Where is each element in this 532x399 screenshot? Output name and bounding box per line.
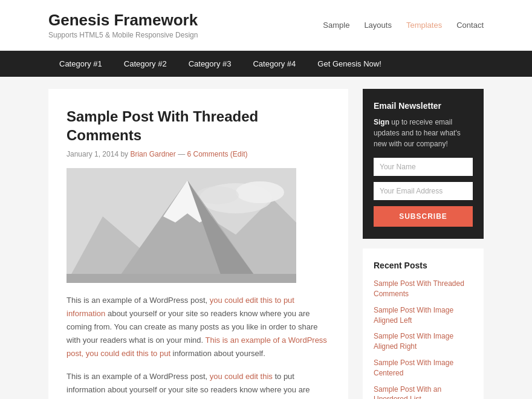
site-title: Genesis Framework	[48, 11, 198, 30]
content-area: Sample Post With Threaded Comments Janua…	[0, 77, 532, 399]
svg-point-4	[196, 186, 239, 204]
recent-post-link-4[interactable]: Sample Post With Image Centered	[374, 358, 473, 378]
nav-templates[interactable]: Templates	[406, 21, 442, 30]
widget-recent-posts: Recent Posts Sample Post With Threaded C…	[363, 248, 484, 399]
newsletter-desc-bold: Sign	[374, 118, 389, 126]
list-item: Sample Post With Threaded Comments	[374, 279, 473, 299]
recent-post-link-3[interactable]: Sample Post With Image Aligned Right	[374, 331, 473, 352]
site-branding: Genesis Framework Supports HTML5 & Mobil…	[48, 11, 198, 39]
nav-category3[interactable]: Category #3	[178, 51, 242, 77]
svg-rect-8	[66, 274, 296, 283]
svg-point-3	[236, 181, 284, 203]
newsletter-name-input[interactable]	[374, 158, 473, 176]
list-item: Sample Post With Image Centered	[374, 358, 473, 378]
nav-contact[interactable]: Contact	[456, 21, 484, 30]
post-link3[interactable]: you could edit this	[210, 372, 273, 381]
list-item: Sample Post With Image Aligned Left	[374, 305, 473, 326]
recent-post-link-1[interactable]: Sample Post With Threaded Comments	[374, 279, 473, 299]
post-link1[interactable]: you could edit this to put information	[66, 296, 294, 318]
recent-post-link-5[interactable]: Sample Post With an Unordered List	[374, 384, 473, 399]
post-title: Sample Post With Threaded Comments	[66, 107, 330, 144]
post-author[interactable]: Brian Gardner	[130, 150, 175, 158]
site-description: Supports HTML5 & Mobile Responsive Desig…	[48, 31, 198, 39]
nav-get-genesis[interactable]: Get Genesis Now!	[307, 51, 392, 77]
main-nav: Category #1 Category #2 Category #3 Cate…	[0, 51, 532, 77]
post-link2[interactable]: This is an example of a WordPress post, …	[66, 336, 327, 358]
nav-sample[interactable]: Sample	[323, 21, 349, 30]
list-item: Sample Post With Image Aligned Right	[374, 331, 473, 352]
nav-layouts[interactable]: Layouts	[364, 21, 392, 30]
newsletter-description: Sign up to receive email updates and to …	[374, 117, 473, 149]
newsletter-email-input[interactable]	[374, 182, 473, 200]
newsletter-title: Email Newsletter	[374, 101, 473, 111]
subscribe-button[interactable]: SUBSCRIBE	[374, 206, 473, 227]
site-header: Genesis Framework Supports HTML5 & Mobil…	[0, 0, 532, 51]
main-content: Sample Post With Threaded Comments Janua…	[48, 89, 348, 399]
post-date: January 1, 2014	[66, 150, 118, 158]
widget-newsletter: Email Newsletter Sign up to receive emai…	[363, 89, 484, 239]
recent-posts-list: Sample Post With Threaded Comments Sampl…	[374, 279, 473, 399]
header-nav: Sample Layouts Templates Contact	[323, 21, 484, 30]
post-edit[interactable]: (Edit)	[230, 150, 248, 158]
post-paragraph2: This is an example of a WordPress post, …	[66, 370, 330, 399]
post-paragraph1: This is an example of a WordPress post, …	[66, 294, 330, 360]
post-image	[66, 168, 296, 283]
recent-post-link-2[interactable]: Sample Post With Image Aligned Left	[374, 305, 473, 326]
post-meta: January 1, 2014 by Brian Gardner — 6 Com…	[66, 150, 330, 158]
post-comments[interactable]: 6 Comments	[187, 150, 228, 158]
nav-category4[interactable]: Category #4	[242, 51, 307, 77]
list-item: Sample Post With an Unordered List	[374, 384, 473, 399]
nav-category2[interactable]: Category #2	[113, 51, 178, 77]
sidebar: Email Newsletter Sign up to receive emai…	[363, 89, 484, 399]
recent-posts-title: Recent Posts	[374, 261, 473, 270]
nav-category1[interactable]: Category #1	[48, 51, 113, 77]
